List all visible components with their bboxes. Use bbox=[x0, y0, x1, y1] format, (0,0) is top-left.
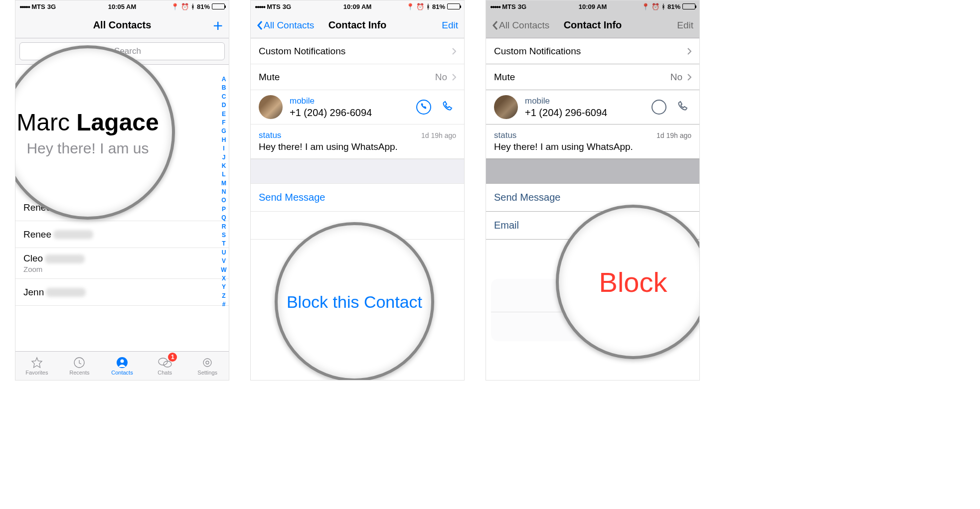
index-letter[interactable]: # bbox=[220, 300, 228, 309]
section-index[interactable]: ABCDEFGHIJKLMNOPQRSTUVWXYZ# bbox=[220, 75, 228, 309]
index-letter[interactable]: F bbox=[220, 119, 228, 127]
signal-dots-icon: ●●●●● bbox=[19, 4, 29, 9]
signal-dots-icon: ●●●●● bbox=[490, 4, 500, 9]
tab-label: Recents bbox=[69, 370, 89, 376]
tab-favorites[interactable]: Favorites bbox=[15, 352, 58, 380]
redacted-text bbox=[46, 288, 86, 297]
index-letter[interactable]: L bbox=[220, 170, 228, 179]
index-letter[interactable]: K bbox=[220, 162, 228, 170]
tab-chats[interactable]: 1 Chats bbox=[144, 352, 186, 380]
status-bar: ●●●●● MTS 3G 10:05 AM 📍 ⏰ ᚼ 81% bbox=[15, 0, 229, 12]
contact-row[interactable]: Renee bbox=[15, 221, 229, 248]
tab-contacts[interactable]: Contacts bbox=[101, 352, 144, 380]
redacted-text bbox=[53, 230, 93, 239]
index-letter[interactable]: D bbox=[220, 101, 228, 110]
battery-icon bbox=[212, 3, 225, 9]
magnifier-callout: Block bbox=[556, 205, 700, 359]
index-letter[interactable]: Q bbox=[220, 214, 228, 222]
magnified-contact-name: Marc Lagace bbox=[16, 109, 159, 136]
back-label: All Contacts bbox=[264, 20, 314, 31]
contact-row[interactable]: Cleo Zoom bbox=[15, 248, 229, 279]
mute-row[interactable]: Mute No bbox=[251, 64, 464, 90]
index-letter[interactable]: R bbox=[220, 223, 228, 231]
magnifier-callout: Block this Contact bbox=[275, 222, 434, 381]
location-icon: 📍 bbox=[406, 3, 414, 10]
location-icon: 📍 bbox=[642, 3, 650, 10]
phone-number-row[interactable]: mobile +1 (204) 296-6094 bbox=[251, 90, 464, 125]
cell-label: Mute bbox=[259, 72, 280, 83]
add-contact-button[interactable]: + bbox=[213, 17, 223, 34]
status-row: status 1d 19h ago Hey there! I am using … bbox=[251, 125, 464, 159]
status-bar: ●●●●● MTS 3G 10:09 AM 📍 ⏰ ᚼ 81% bbox=[486, 0, 699, 12]
phone-screen-contact-info: ●●●●● MTS 3G 10:09 AM 📍 ⏰ ᚼ 81% All Cont… bbox=[250, 0, 465, 381]
alarm-icon: ⏰ bbox=[652, 3, 659, 10]
nav-bar: All Contacts + bbox=[15, 12, 229, 38]
phone-call-icon[interactable] bbox=[439, 99, 456, 116]
send-message-button[interactable]: Send Message bbox=[251, 184, 464, 212]
nav-bar: All Contacts Contact Info Edit bbox=[251, 12, 464, 38]
battery-pct-label: 81% bbox=[197, 3, 210, 10]
status-label: status bbox=[259, 130, 281, 140]
index-letter[interactable]: A bbox=[220, 75, 228, 84]
index-letter[interactable]: W bbox=[220, 266, 228, 274]
index-letter[interactable]: S bbox=[220, 231, 228, 240]
custom-notifications-row: Custom Notifications bbox=[486, 38, 699, 64]
clock-label: 10:05 AM bbox=[108, 3, 137, 10]
section-spacer bbox=[251, 159, 464, 184]
alarm-icon: ⏰ bbox=[181, 3, 189, 10]
custom-notifications-row[interactable]: Custom Notifications bbox=[251, 38, 464, 64]
index-letter[interactable]: Y bbox=[220, 283, 228, 291]
index-letter[interactable]: G bbox=[220, 127, 228, 135]
index-letter[interactable]: M bbox=[220, 179, 228, 188]
tab-recents[interactable]: Recents bbox=[58, 352, 101, 380]
phone-number-row: mobile +1 (204) 296-6094 bbox=[486, 90, 699, 125]
magnified-contact-status: Hey there! I am us bbox=[26, 140, 149, 157]
gear-icon bbox=[200, 357, 214, 369]
battery-icon bbox=[447, 3, 460, 9]
phone-number: +1 (204) 296-6094 bbox=[290, 107, 408, 119]
index-letter[interactable]: X bbox=[220, 274, 228, 283]
magnified-block-contact: Block this Contact bbox=[287, 292, 422, 312]
phone-type-label: mobile bbox=[290, 96, 408, 106]
index-letter[interactable]: T bbox=[220, 240, 228, 248]
contact-sub: Zoom bbox=[23, 265, 221, 273]
carrier-label: MTS bbox=[31, 3, 45, 10]
tab-label: Settings bbox=[197, 370, 217, 376]
index-letter[interactable]: P bbox=[220, 205, 228, 214]
back-button[interactable]: All Contacts bbox=[257, 20, 314, 31]
index-letter[interactable]: U bbox=[220, 249, 228, 257]
index-letter[interactable]: N bbox=[220, 188, 228, 196]
chevron-right-icon bbox=[452, 74, 456, 81]
index-letter[interactable]: O bbox=[220, 196, 228, 205]
chevron-left-icon bbox=[492, 20, 498, 30]
index-letter[interactable]: H bbox=[220, 136, 228, 144]
index-letter[interactable]: I bbox=[220, 144, 228, 153]
svg-point-7 bbox=[203, 359, 211, 367]
signal-dots-icon: ●●●●● bbox=[255, 4, 265, 9]
alarm-icon: ⏰ bbox=[416, 3, 424, 10]
avatar bbox=[259, 95, 283, 119]
contact-row[interactable]: Jenn bbox=[15, 279, 229, 306]
tab-settings[interactable]: Settings bbox=[186, 352, 229, 380]
index-letter[interactable]: E bbox=[220, 110, 228, 119]
index-letter[interactable]: Z bbox=[220, 292, 228, 300]
edit-button[interactable]: Edit bbox=[442, 20, 458, 31]
chevron-right-icon bbox=[687, 48, 691, 55]
svg-point-8 bbox=[206, 361, 209, 364]
index-letter[interactable]: J bbox=[220, 153, 228, 162]
nav-title: All Contacts bbox=[93, 19, 152, 31]
index-letter[interactable]: C bbox=[220, 93, 228, 101]
star-icon bbox=[30, 357, 44, 369]
bluetooth-icon: ᚼ bbox=[661, 3, 665, 10]
index-letter[interactable]: B bbox=[220, 84, 228, 92]
index-letter[interactable]: V bbox=[220, 257, 228, 265]
tab-label: Contacts bbox=[111, 370, 133, 376]
status-bar: ●●●●● MTS 3G 10:09 AM 📍 ⏰ ᚼ 81% bbox=[251, 0, 464, 12]
tab-label: Favorites bbox=[25, 370, 48, 376]
bluetooth-icon: ᚼ bbox=[191, 3, 195, 10]
cell-label: Custom Notifications bbox=[259, 46, 345, 57]
avatar bbox=[494, 95, 518, 119]
phone-screen-contacts: ●●●●● MTS 3G 10:05 AM 📍 ⏰ ᚼ 81% All Cont… bbox=[15, 0, 229, 381]
network-label: 3G bbox=[47, 3, 56, 10]
whatsapp-call-icon[interactable] bbox=[415, 99, 432, 116]
